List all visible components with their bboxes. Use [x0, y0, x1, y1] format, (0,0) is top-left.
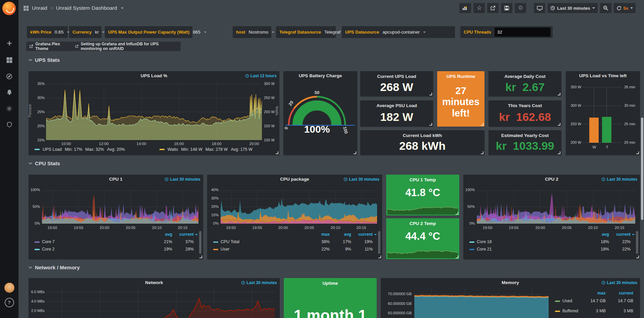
series-color-marker[interactable] — [213, 249, 218, 250]
time-range-override[interactable]: Last 30 minutes — [165, 177, 200, 182]
legend-series-name[interactable]: Used — [562, 299, 572, 303]
grafana-logo[interactable] — [2, 2, 16, 15]
y-tick: 4.0 MBs — [29, 299, 45, 303]
refresh-picker[interactable]: 5s — [614, 3, 636, 13]
legend-series-name[interactable]: Watts — [168, 147, 178, 152]
breadcrumb-app[interactable]: Unraid — [32, 5, 47, 11]
series-color-marker[interactable] — [469, 249, 474, 250]
series-color-marker[interactable] — [469, 241, 474, 243]
legend-sort-max[interactable]: max — [310, 232, 330, 237]
legend-sort-max[interactable]: max — [586, 291, 606, 296]
panel-title[interactable]: CPU 1 Temp — [386, 177, 459, 182]
series-color-marker[interactable] — [35, 149, 40, 150]
panel-average-psu-load: Average PSU Load 182 W — [360, 100, 433, 127]
cpu2-chart[interactable] — [477, 190, 635, 224]
legend-series-name[interactable]: Core 18 — [477, 239, 492, 244]
time-range-override[interactable]: Last 12 hours — [245, 74, 277, 78]
series-color-marker[interactable] — [555, 301, 560, 302]
breadcrumb-page-title[interactable]: Unraid System Dashboard — [56, 5, 117, 11]
share-dashboard-button[interactable] — [487, 3, 499, 13]
bar-chart[interactable] — [582, 87, 623, 143]
settings-gear-icon[interactable] — [0, 103, 18, 114]
breadcrumb-caret-icon[interactable] — [121, 7, 124, 9]
legend-sort-avg[interactable]: avg — [153, 232, 172, 237]
panel-title[interactable]: Uptime — [284, 281, 377, 286]
time-range-override[interactable]: Last 30 minutes — [601, 280, 637, 285]
time-range-picker[interactable]: Last 30 minutes — [548, 3, 597, 13]
legend-sort-current[interactable]: current — [611, 232, 631, 237]
dashboard-link-plex-theme[interactable]: Grafana Plex Theme — [26, 42, 72, 51]
page-scrollbar-thumb[interactable] — [641, 118, 643, 220]
variable-currency[interactable]: Currency kr — [69, 26, 101, 38]
legend-sort-current[interactable]: current — [353, 232, 373, 237]
panel-title[interactable]: Estimated Yearly Cost — [489, 133, 561, 138]
panel-title[interactable]: Memory — [394, 280, 627, 285]
dashboard-link-ups-monitoring[interactable]: Setting up Grafana and InfluxDB for UPS … — [72, 42, 181, 51]
variable-ups-max-power[interactable]: UPS Max Output Power Capacity (Watt) 865 — [105, 26, 192, 38]
panel-title[interactable]: UPS Battery Charge — [297, 73, 344, 78]
section-cpu-stats[interactable]: CPU Stats — [29, 161, 60, 167]
legend-series-name[interactable]: User — [221, 247, 229, 252]
series-color-marker[interactable] — [555, 311, 560, 312]
panel-cpu-package-graph: CPU package Last 30 minutes 40% 30% 20% … — [207, 175, 382, 259]
legend-sort-current[interactable]: current — [614, 291, 633, 296]
legend-series-name[interactable]: Core 2 — [42, 247, 55, 252]
y-tick: 15% — [31, 138, 45, 142]
variable-host[interactable]: host Nostromo — [233, 26, 271, 38]
star-dashboard-button[interactable]: ☆ — [473, 3, 485, 13]
add-panel-button[interactable] — [459, 3, 471, 13]
dashboards-icon[interactable] — [0, 54, 18, 66]
section-network-memory[interactable]: Network / Memory — [29, 265, 80, 271]
series-color-marker[interactable] — [213, 241, 218, 243]
legend-series-name[interactable]: UPS Load — [43, 147, 62, 152]
panel-title[interactable]: UPS Load vs Time left — [568, 73, 638, 78]
network-chart[interactable] — [47, 287, 275, 318]
panel-title[interactable]: UPS Load % — [42, 73, 266, 78]
cpu-package-chart[interactable] — [221, 190, 377, 224]
cpu-threads-input[interactable] — [495, 28, 550, 37]
panel-title[interactable]: Average Daily Cost — [489, 74, 561, 79]
legend-scrollbar[interactable] — [199, 231, 201, 254]
cycle-view-mode-button[interactable] — [534, 3, 545, 13]
legend-series-name[interactable]: Core 7 — [42, 239, 55, 244]
legend-series-name[interactable]: CPU Total — [221, 239, 239, 244]
help-icon[interactable]: ? — [0, 297, 18, 308]
series-color-marker[interactable] — [35, 241, 40, 243]
cpu1-chart[interactable] — [42, 190, 198, 224]
series-color-marker[interactable] — [35, 249, 40, 250]
panel-title[interactable]: Average PSU Load — [360, 103, 433, 108]
variable-ups-datasource[interactable]: UPS Datasource apcupsd-container — [342, 26, 455, 38]
alerting-bell-icon[interactable] — [0, 87, 18, 98]
legend-series-name[interactable]: Core 21 — [477, 247, 492, 252]
variable-kwh-price[interactable]: kWh Price 0.65 — [27, 26, 68, 38]
panel-title[interactable]: Network — [42, 280, 266, 285]
time-range-override[interactable]: Last 30 minutes — [241, 280, 277, 285]
legend-sort-avg[interactable]: avg — [332, 232, 351, 237]
legend-sort-current[interactable]: current — [174, 232, 194, 237]
y-tick: 20% — [207, 205, 219, 209]
zoom-out-button[interactable] — [600, 3, 611, 13]
panel-title[interactable]: CPU 2 Temp — [386, 221, 459, 226]
panel-title[interactable]: Current UPS Load — [360, 74, 433, 79]
explore-compass-icon[interactable] — [0, 71, 18, 82]
user-avatar[interactable] — [0, 282, 18, 293]
panel-title[interactable]: UPS Runtime — [437, 74, 485, 79]
legend-series-name[interactable]: Buffered — [562, 309, 578, 313]
panel-title[interactable]: Current Load kWh — [360, 133, 485, 138]
time-range-override[interactable]: Last 30 minutes — [601, 177, 637, 182]
section-ups-stats[interactable]: UPS Stats — [29, 57, 60, 63]
time-range-override[interactable]: Last 30 minutes — [343, 177, 379, 182]
admin-shield-icon[interactable] — [0, 119, 18, 130]
create-plus-icon[interactable] — [0, 38, 18, 49]
legend-scrollbar[interactable] — [636, 231, 638, 254]
ups-load-chart[interactable] — [46, 84, 262, 140]
save-dashboard-button[interactable] — [501, 3, 512, 13]
x-tick: 12:00 — [99, 142, 109, 146]
legend-sort-avg[interactable]: avg — [590, 232, 609, 237]
series-color-marker[interactable] — [159, 149, 165, 150]
legend-scrollbar[interactable] — [378, 231, 380, 254]
memory-chart[interactable] — [414, 287, 549, 318]
dashboard-settings-button[interactable]: ⚙ — [515, 3, 526, 13]
variable-telegraf-datasource[interactable]: Telegraf Datasource Telegraf — [276, 26, 336, 38]
panel-title[interactable]: This Years Cost — [489, 103, 561, 108]
